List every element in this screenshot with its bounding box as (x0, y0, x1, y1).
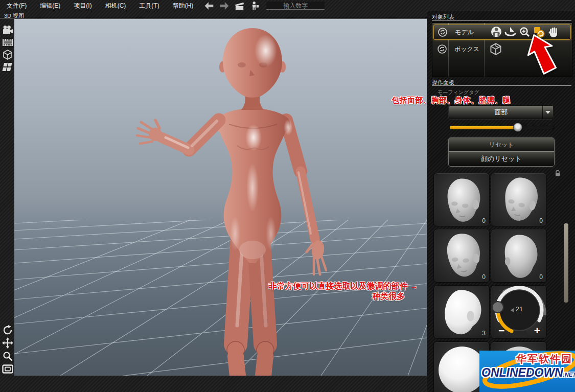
thumbnail-scrollbar[interactable] (564, 223, 568, 303)
dial-plus-button[interactable]: + (534, 325, 540, 337)
menu-camera[interactable]: 相机(C) (99, 1, 133, 11)
menu-project[interactable]: 项目(I) (67, 1, 98, 11)
undo-back-arrow-icon[interactable] (203, 1, 215, 10)
face-reset-button[interactable]: 顔のリセット (449, 152, 554, 166)
video-camera-icon[interactable] (2, 25, 14, 36)
box-icon[interactable] (489, 43, 502, 55)
3d-scene (14, 19, 427, 376)
frame-view-icon[interactable] (2, 363, 14, 375)
dial-value: 21 (491, 305, 547, 313)
control-panel-divider (432, 85, 571, 86)
annotation-includes-note: 包括面部、胸部、身体、胳膊、腿 (392, 96, 545, 105)
mannequin-model (137, 28, 326, 376)
red-pointer-arrow (524, 33, 558, 76)
film-strip-icon[interactable] (2, 37, 14, 48)
lock-icon[interactable] (555, 170, 561, 179)
object-row-label: ボックス (454, 45, 486, 54)
preset-count: 0 (539, 217, 543, 224)
object-row-label: モデル (455, 28, 487, 37)
preset-count: 3 (482, 330, 486, 337)
head-preset-thumbnail[interactable]: 0 (491, 229, 547, 283)
preset-count: 0 (539, 273, 543, 281)
morph-value-slider[interactable] (450, 123, 555, 131)
viewport-divider (0, 18, 427, 18)
pan-view-icon[interactable] (2, 337, 14, 349)
zoom-view-icon[interactable] (2, 351, 14, 362)
menu-toolbar (203, 1, 261, 10)
app-window: 文件(F) 编辑(E) 项目(I) 相机(C) 工具(T) 帮助(H) 3D 视… (0, 0, 575, 392)
redo-forward-arrow-icon[interactable] (218, 1, 231, 10)
preset-count: 0 (482, 273, 486, 281)
preset-count: 0 (482, 217, 486, 224)
dial-minus-button[interactable]: − (498, 325, 504, 337)
object-list-title: 对象列表 (432, 13, 454, 21)
part-category-dropdown[interactable]: 面部 (449, 105, 554, 119)
rotate-view-icon[interactable] (2, 325, 14, 336)
dropdown-value: 面部 (495, 108, 508, 116)
body-select-icon[interactable] (490, 26, 503, 38)
menu-file[interactable]: 文件(F) (0, 1, 33, 11)
menu-bar: 文件(F) 编辑(E) 项目(I) 相机(C) 工具(T) 帮助(H) (0, 0, 575, 11)
watermark-site-name: 华军软件园 (516, 352, 572, 366)
annotation-parts-note: 非常方便可以直接选取以及微调的部件 → 种类很多 (269, 281, 418, 302)
head-preset-thumbnail-selected[interactable]: 3 (433, 285, 490, 339)
value-dial-control[interactable]: 21 − + (491, 285, 547, 339)
floor-grid-icon[interactable] (2, 61, 14, 73)
sync-visibility-icon[interactable] (438, 27, 448, 37)
menu-tools[interactable]: 工具(T) (132, 1, 166, 11)
cube-icon[interactable] (2, 49, 14, 60)
head-preset-thumbnail[interactable]: 0 (433, 229, 490, 283)
mannequin-icon[interactable] (249, 1, 261, 10)
slider-fill (450, 126, 518, 129)
reset-buttons: リセット 顔のリセット (448, 137, 555, 167)
menu-edit[interactable]: 编辑(E) (33, 1, 67, 11)
morph-tag-label: モーフィングタグ (438, 89, 479, 96)
number-input[interactable] (266, 2, 325, 10)
object-list-divider (432, 20, 571, 21)
site-watermark: 华军软件园 ONLINEDOWN.NET (479, 351, 575, 392)
slider-thumb[interactable] (513, 123, 522, 132)
menu-help[interactable]: 帮助(H) (166, 1, 200, 11)
chevron-down-icon[interactable] (542, 106, 553, 119)
head-preset-thumbnail[interactable]: 0 (433, 173, 490, 226)
orbit-rotate-icon[interactable] (504, 26, 517, 38)
sync-visibility-icon[interactable] (437, 44, 447, 54)
clapperboard-icon[interactable] (234, 1, 246, 10)
head-preset-thumbnail[interactable]: 0 (491, 173, 547, 226)
reset-button[interactable]: リセット (449, 138, 554, 152)
watermark-brand: ONLINEDOWN.NET (481, 366, 575, 380)
3d-viewport[interactable]: 非常方便可以直接选取以及微调的部件 → 种类很多 (14, 19, 427, 376)
